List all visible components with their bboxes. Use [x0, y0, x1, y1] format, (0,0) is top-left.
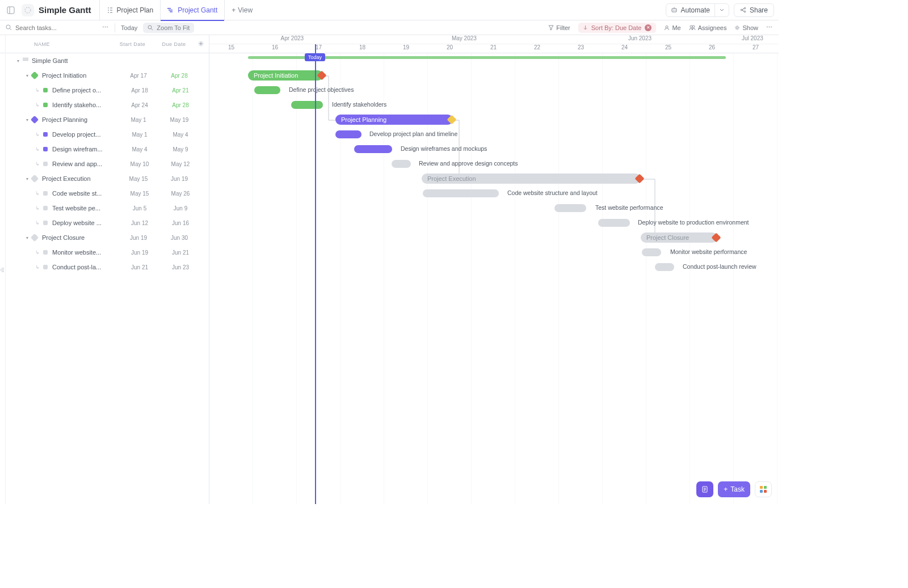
gantt-bar[interactable]	[254, 86, 280, 94]
gantt-bar-parent[interactable]: Project Initiation	[248, 70, 323, 81]
start-date: Apr 18	[119, 87, 160, 94]
doc-icon	[701, 485, 709, 493]
gantt-bar-parent[interactable]: Project Planning	[335, 115, 453, 125]
due-date: May 4	[160, 132, 201, 138]
gantt-bar[interactable]	[554, 204, 586, 212]
start-date: May 10	[119, 161, 160, 167]
more-icon[interactable]: ⋯	[102, 24, 109, 31]
search-icon	[6, 24, 12, 31]
column-start: Start Date	[111, 41, 155, 47]
task-row[interactable]: ▾Project PlanningMay 1May 19	[0, 112, 209, 127]
gantt-bar-parent[interactable]: Project Execution	[422, 174, 641, 184]
task-row[interactable]: ↳Code website st...May 15May 26	[0, 186, 209, 201]
task-row[interactable]: ▾Simple Gantt	[0, 53, 209, 68]
task-row[interactable]: ▾Project ClosureJun 19Jun 30	[0, 230, 209, 245]
gantt-bar-parent[interactable]: Project Closure	[641, 232, 717, 243]
week-label: 22	[515, 44, 559, 53]
zoom-to-fit-button[interactable]: Zoom To Fit	[143, 23, 194, 33]
svg-line-14	[10, 29, 12, 31]
task-row[interactable]: ▾Project ExecutionMay 15Jun 19	[0, 171, 209, 186]
task-row[interactable]: ↳Deploy website ...Jun 12Jun 16	[0, 215, 209, 230]
due-date: May 9	[160, 146, 201, 153]
task-row[interactable]: ↳Develop project...May 1May 4	[0, 127, 209, 142]
doc-fab[interactable]	[696, 481, 713, 497]
start-date: Jun 19	[118, 235, 159, 241]
gantt-bar[interactable]	[354, 145, 392, 153]
collapse-sidebar-icon[interactable]	[5, 4, 17, 16]
assignees-button[interactable]: Assignees	[689, 24, 727, 31]
new-task-fab[interactable]: + Task	[718, 481, 750, 497]
tab-project-plan[interactable]: Project Plan	[99, 0, 161, 20]
share-button[interactable]: Share	[734, 3, 774, 17]
more-icon[interactable]: ⋯	[766, 24, 773, 31]
filter-icon	[548, 25, 554, 31]
task-row[interactable]: ▾Project InitiationApr 17Apr 28	[0, 68, 209, 83]
chevron-down-icon[interactable]	[714, 4, 729, 16]
users-icon	[689, 25, 696, 31]
task-row[interactable]: ↳Conduct post-la...Jun 21Jun 23	[0, 260, 209, 274]
subtask-icon: ↳	[35, 249, 40, 255]
status-square	[43, 162, 48, 166]
due-date: Jun 21	[160, 249, 201, 256]
start-date: May 1	[118, 117, 159, 123]
show-button[interactable]: Show	[734, 24, 758, 31]
task-row[interactable]: ↳Design wirefram...May 4May 9	[0, 142, 209, 156]
gantt-row: Test website performance	[209, 201, 779, 215]
add-column-button[interactable]	[194, 40, 209, 48]
gantt-bar[interactable]	[655, 263, 674, 271]
week-label: 25	[646, 44, 690, 53]
gantt-bar[interactable]	[335, 130, 361, 138]
settings-icon	[734, 25, 740, 31]
caret-icon[interactable]: ▾	[17, 58, 23, 64]
plus-icon: +	[724, 485, 728, 493]
page-title: Simple Gantt	[39, 5, 91, 15]
task-name: Monitor website...	[52, 249, 119, 256]
me-button[interactable]: Me	[664, 24, 680, 31]
gantt-bar[interactable]	[598, 219, 630, 227]
bar-label: Code website structure and layout	[507, 189, 598, 196]
gantt-bar[interactable]	[392, 160, 411, 168]
today-button[interactable]: Today	[121, 24, 137, 31]
close-icon[interactable]: ✕	[645, 24, 651, 31]
milestone-icon	[31, 175, 39, 183]
task-name: Identify stakeho...	[52, 101, 119, 108]
sort-chip[interactable]: Sort By: Due Date ✕	[578, 23, 657, 33]
start-date: Jun 19	[119, 249, 160, 256]
robot-icon	[671, 7, 678, 14]
tab-label: Project Plan	[117, 6, 154, 14]
due-date: May 26	[160, 191, 201, 197]
bar-label: Project Closure	[646, 234, 689, 241]
status-square	[43, 88, 48, 92]
task-row[interactable]: ↳Monitor website...Jun 19Jun 21	[0, 245, 209, 260]
gantt-row: Develop project plan and timeline	[209, 127, 779, 142]
task-row[interactable]: ↳Test website pe...Jun 5Jun 9	[0, 201, 209, 215]
gantt-bar[interactable]	[423, 189, 499, 197]
month-label: Jun 2023	[553, 35, 726, 44]
bar-label: Monitor website performance	[670, 248, 747, 255]
tab-project-gantt[interactable]: Project Gantt	[160, 0, 224, 20]
task-row[interactable]: ↳Define project o...Apr 18Apr 21	[0, 83, 209, 98]
zoom-icon	[148, 25, 153, 31]
subtask-icon: ↳	[35, 220, 40, 226]
svg-rect-5	[170, 11, 173, 12]
list-icon	[23, 58, 28, 64]
week-label: 21	[472, 44, 515, 53]
task-row[interactable]: ↳Review and app...May 10May 12	[0, 156, 209, 171]
month-label: Jul 2023	[726, 35, 779, 44]
search-input[interactable]	[6, 24, 96, 31]
gantt-row: Monitor website performance	[209, 245, 779, 260]
gantt-row: Review and approve design concepts	[209, 156, 779, 171]
subtask-icon: ↳	[35, 146, 40, 152]
gantt-row: Identify stakeholders	[209, 98, 779, 112]
add-view-button[interactable]: + View	[224, 0, 259, 20]
filter-button[interactable]: Filter	[548, 24, 570, 31]
status-square	[43, 132, 48, 137]
gantt-bar[interactable]	[642, 248, 661, 256]
start-date: May 1	[119, 132, 160, 138]
space-logo	[22, 4, 34, 16]
automate-button[interactable]: Automate	[666, 3, 729, 17]
task-row[interactable]: ↳Identify stakeho...Apr 24Apr 28	[0, 98, 209, 112]
due-date: May 19	[159, 117, 200, 123]
gantt-bar[interactable]	[291, 101, 323, 109]
apps-fab[interactable]	[755, 481, 772, 497]
